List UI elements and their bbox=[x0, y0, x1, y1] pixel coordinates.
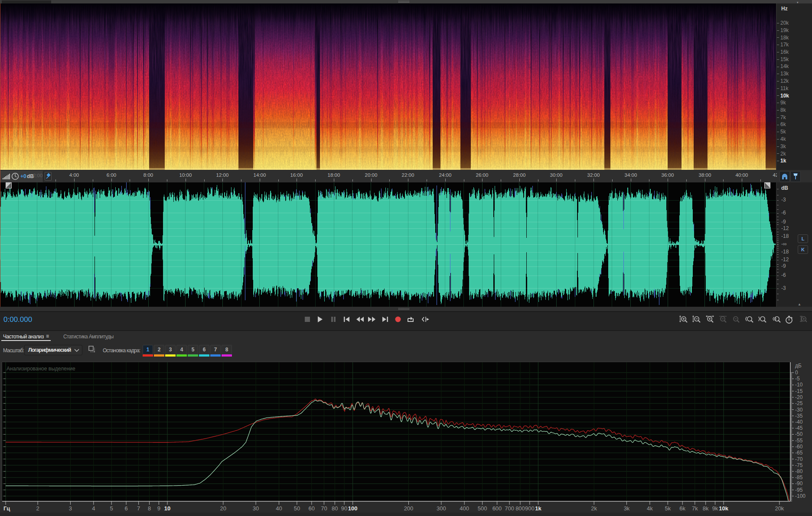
svg-text:400: 400 bbox=[460, 505, 469, 512]
svg-text:30: 30 bbox=[253, 505, 259, 512]
svg-text:-45: -45 bbox=[795, 425, 803, 431]
svg-text:300: 300 bbox=[437, 505, 446, 512]
svg-text:20k: 20k bbox=[775, 505, 784, 512]
svg-text:2k: 2k bbox=[591, 505, 597, 512]
svg-text:1k: 1k bbox=[535, 505, 541, 512]
svg-text:4: 4 bbox=[92, 505, 95, 512]
svg-text:800: 800 bbox=[515, 505, 525, 512]
svg-text:-85: -85 bbox=[795, 474, 803, 480]
svg-text:200: 200 bbox=[404, 505, 414, 512]
svg-text:-25: -25 bbox=[795, 400, 803, 406]
svg-text:-60: -60 bbox=[795, 444, 803, 450]
svg-text:3k: 3k bbox=[624, 505, 630, 512]
svg-text:700: 700 bbox=[505, 505, 514, 512]
svg-text:дБ: дБ bbox=[795, 363, 802, 369]
svg-text:-100: -100 bbox=[795, 493, 805, 499]
svg-text:-70: -70 bbox=[795, 456, 803, 462]
svg-text:0: 0 bbox=[795, 370, 798, 376]
svg-text:20: 20 bbox=[220, 505, 226, 512]
svg-text:-35: -35 bbox=[795, 413, 803, 419]
svg-text:-95: -95 bbox=[795, 487, 803, 493]
svg-text:-10: -10 bbox=[795, 382, 803, 388]
svg-text:-75: -75 bbox=[795, 462, 803, 468]
svg-text:-15: -15 bbox=[795, 388, 803, 394]
svg-text:10: 10 bbox=[164, 505, 170, 512]
svg-text:-90: -90 bbox=[795, 480, 803, 487]
svg-text:7k: 7k bbox=[692, 505, 698, 512]
svg-text:6: 6 bbox=[124, 505, 127, 512]
svg-text:5: 5 bbox=[110, 505, 113, 512]
svg-text:9: 9 bbox=[157, 505, 160, 512]
svg-text:60: 60 bbox=[309, 505, 315, 512]
svg-text:7: 7 bbox=[137, 505, 140, 512]
svg-text:8: 8 bbox=[148, 505, 151, 512]
svg-text:5k: 5k bbox=[665, 505, 671, 512]
svg-text:6k: 6k bbox=[679, 505, 685, 512]
svg-text:500: 500 bbox=[478, 505, 487, 512]
svg-text:10k: 10k bbox=[719, 505, 728, 512]
svg-text:-55: -55 bbox=[795, 438, 803, 444]
svg-text:Анализированое выделение: Анализированое выделение bbox=[7, 366, 75, 372]
svg-text:9k: 9k bbox=[712, 505, 718, 512]
svg-text:-20: -20 bbox=[795, 394, 803, 400]
svg-text:2: 2 bbox=[36, 505, 39, 512]
svg-text:-30: -30 bbox=[795, 407, 803, 413]
svg-text:70: 70 bbox=[321, 505, 327, 512]
svg-text:600: 600 bbox=[492, 505, 502, 512]
svg-text:100: 100 bbox=[348, 505, 358, 512]
svg-text:-80: -80 bbox=[795, 468, 803, 474]
svg-text:900: 900 bbox=[525, 505, 535, 512]
svg-text:4k: 4k bbox=[647, 505, 653, 512]
svg-text:50: 50 bbox=[294, 505, 300, 512]
svg-text:90: 90 bbox=[341, 505, 347, 512]
svg-text:80: 80 bbox=[332, 505, 338, 512]
svg-text:-50: -50 bbox=[795, 431, 803, 437]
svg-text:Гц: Гц bbox=[3, 505, 10, 512]
svg-text:-5: -5 bbox=[795, 376, 800, 382]
svg-text:8k: 8k bbox=[703, 505, 709, 512]
svg-text:40: 40 bbox=[276, 505, 282, 512]
svg-text:-40: -40 bbox=[795, 419, 803, 425]
svg-text:3: 3 bbox=[69, 505, 72, 512]
svg-text:-65: -65 bbox=[795, 450, 803, 456]
